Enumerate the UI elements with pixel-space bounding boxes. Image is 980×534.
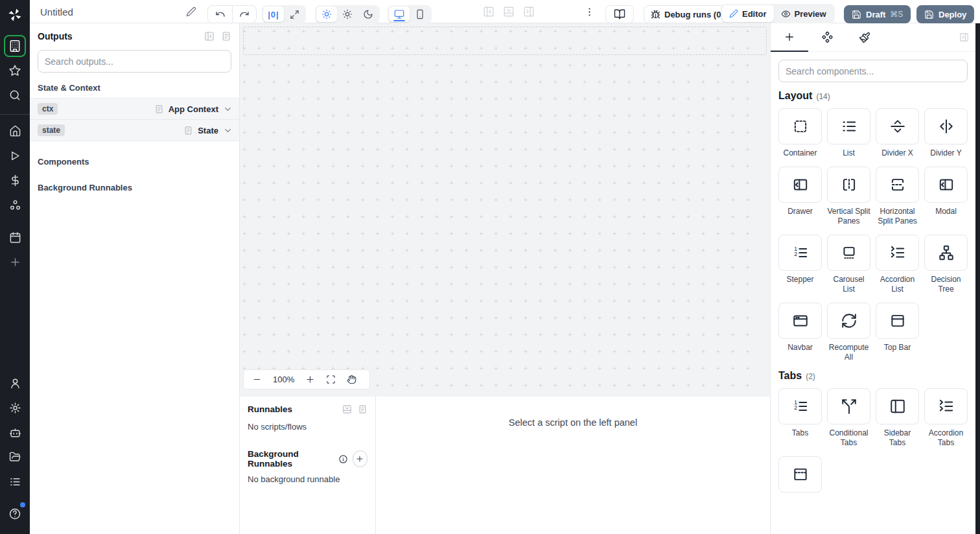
canvas-grid-pattern: ++++++++++++++++++++++++++++++++++++++++…	[242, 23, 770, 397]
sidebar-item-home[interactable]	[4, 120, 26, 142]
fit-view-button[interactable]	[326, 375, 336, 384]
eye-icon	[781, 9, 791, 19]
outputs-doc-icon[interactable]	[221, 31, 231, 41]
component-card-hidden[interactable]	[778, 456, 822, 496]
chevron-down-icon[interactable]	[223, 126, 233, 135]
debug-runs-label: Debug runs (0)	[664, 10, 724, 19]
mobile-view-button[interactable]	[410, 6, 430, 22]
output-row-state[interactable]: stateState	[30, 120, 239, 141]
component-card-conditional-tabs[interactable]: Conditional Tabs	[827, 388, 870, 448]
runnables-title: Runnables	[248, 404, 336, 414]
component-label: Decision Tree	[924, 275, 968, 294]
sidebar-item-settings[interactable]	[4, 397, 26, 419]
redo-button[interactable]	[232, 6, 256, 23]
component-card-sidebar-tabs[interactable]: Sidebar Tabs	[876, 388, 919, 448]
outputs-panel: Outputs State & Context ctxApp Contextst…	[30, 23, 240, 534]
component-card-accordion-tabs[interactable]: Accordion Tabs	[924, 388, 968, 448]
component-card-divider-y[interactable]: Divider Y	[924, 108, 968, 158]
search-components-input[interactable]	[778, 60, 968, 82]
edit-title-pencil-icon[interactable]	[186, 6, 196, 17]
more-menu-kebab-icon[interactable]	[584, 6, 595, 17]
tab-preview[interactable]: Preview	[774, 5, 834, 22]
component-card-tabs[interactable]: 12Tabs	[778, 388, 822, 448]
collapse-components-panel-icon[interactable]	[959, 32, 969, 42]
windmill-logo-icon[interactable]	[5, 5, 25, 25]
zoom-in-button[interactable]	[305, 375, 315, 384]
sidebar-item-schedules[interactable]	[4, 226, 26, 248]
section-title: Layout	[778, 90, 812, 102]
zero-width-toggle[interactable]: |0|	[263, 6, 284, 22]
component-card-top-bar[interactable]: Top Bar	[876, 303, 919, 362]
docs-button[interactable]	[605, 5, 634, 23]
component-card-vertical-split-panes[interactable]: Vertical Split Panes	[827, 167, 870, 226]
sidebar-item-search[interactable]	[4, 84, 26, 106]
component-label: Divider X	[881, 148, 913, 158]
desktop-view-button[interactable]	[389, 6, 410, 22]
info-icon[interactable]	[338, 454, 348, 464]
component-card-list[interactable]: List	[827, 108, 870, 158]
undo-button[interactable]	[208, 6, 232, 23]
sidebar-item-favorites[interactable]	[4, 60, 26, 82]
component-card-modal[interactable]: Modal	[924, 167, 968, 226]
zoom-level: 100%	[273, 375, 294, 384]
component-card-accordion-list[interactable]: Accordion List	[876, 235, 919, 294]
panel-bottom-toggle-icon[interactable]	[503, 6, 515, 17]
sidebar-item-runs[interactable]	[4, 145, 26, 167]
tab-insert-component[interactable]	[771, 23, 808, 52]
sidebar-item-variables[interactable]	[4, 169, 26, 191]
search-outputs-input[interactable]	[38, 50, 231, 73]
sidebar-item-user[interactable]	[4, 372, 26, 394]
component-label: Tabs	[792, 428, 808, 438]
panel-right-toggle-icon[interactable]	[523, 6, 535, 17]
component-label: Container	[783, 148, 817, 158]
component-card-decision-tree[interactable]: Decision Tree	[924, 235, 968, 294]
draft-save-button[interactable]: Draft ⌘S	[844, 5, 911, 23]
deploy-button[interactable]: Deploy	[916, 5, 974, 23]
chevron-down-icon[interactable]	[223, 104, 233, 114]
output-row-ctx[interactable]: ctxApp Context	[30, 99, 239, 120]
canvas-drop-zone[interactable]	[243, 27, 767, 55]
theme-light-button[interactable]	[337, 6, 358, 22]
collapse-outputs-panel-icon[interactable]	[204, 31, 215, 41]
tab-editor[interactable]: Editor	[722, 5, 774, 22]
navbar-icon	[792, 312, 809, 329]
component-card-divider-x[interactable]: Divider X	[876, 108, 919, 158]
tab-component-settings[interactable]	[808, 23, 846, 52]
panel-left-icon	[889, 398, 906, 415]
component-label: Carousel List	[827, 275, 870, 294]
component-card-drawer[interactable]: Drawer	[778, 167, 822, 226]
select-script-hint: Select a script on the left panel	[509, 417, 637, 428]
sidebar-item-jobs[interactable]	[4, 470, 26, 493]
sidebar-item-resources[interactable]	[4, 194, 26, 216]
theme-auto-button[interactable]	[316, 6, 337, 22]
sidebar-item-ai[interactable]	[4, 421, 26, 443]
expand-canvas-button[interactable]	[284, 6, 305, 22]
help-button[interactable]	[4, 503, 26, 525]
sidebar-item-apps[interactable]	[4, 35, 26, 57]
paintbrush-icon	[859, 32, 870, 43]
component-label: Top Bar	[884, 343, 911, 353]
collapse-runnables-panel-icon[interactable]	[342, 404, 352, 414]
component-label: Vertical Split Panes	[827, 207, 870, 226]
component-card-recompute-all[interactable]: Recompute All	[827, 303, 870, 362]
container-icon	[792, 118, 809, 135]
component-card-navbar[interactable]: Navbar	[778, 303, 822, 362]
sidebar-item-folders[interactable]	[4, 446, 26, 468]
theme-dark-button[interactable]	[358, 6, 379, 22]
zoom-out-button[interactable]	[252, 375, 262, 384]
sidebar-item-create[interactable]	[4, 251, 26, 273]
debug-runs-button[interactable]: Debug runs (0)	[644, 5, 731, 23]
component-card-container[interactable]: Container	[778, 108, 822, 158]
pan-hand-button[interactable]	[347, 375, 356, 384]
panel-left-toggle-icon[interactable]	[483, 6, 495, 17]
component-card-carousel-list[interactable]: Carousel List	[827, 235, 870, 294]
device-toggle-group	[388, 5, 432, 23]
component-card-stepper[interactable]: 12Stepper	[778, 235, 822, 294]
runnables-doc-icon[interactable]	[358, 404, 368, 414]
component-card-horizontal-split-panes[interactable]: Horizontal Split Panes	[876, 167, 919, 226]
tab-styling[interactable]	[846, 23, 883, 52]
background-runnables-title: Background Runnables	[248, 449, 334, 469]
add-background-runnable-button[interactable]	[353, 450, 368, 467]
stepper-icon: 12	[792, 244, 809, 261]
draft-label: Draft	[866, 10, 885, 19]
